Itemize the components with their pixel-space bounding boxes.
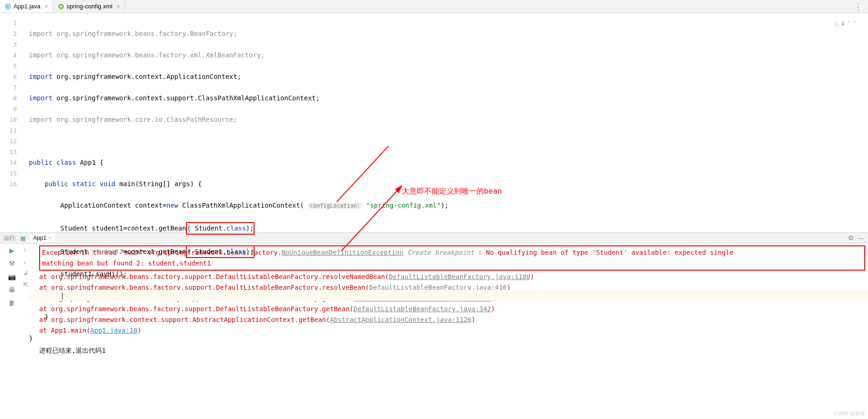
line-number: 1 [0, 18, 17, 28]
warning-count: 4 [841, 19, 845, 29]
code-line: import org.springframework.context.Appli… [29, 71, 868, 82]
line-number: 12 [0, 136, 17, 147]
svg-line-3 [337, 146, 397, 202]
chevron-up-icon[interactable]: ˄ [847, 19, 850, 29]
svg-text:C: C [7, 4, 10, 9]
line-number: 11 [0, 125, 17, 136]
code-editor: 1 2 3 4 5 6 7 8 9 10 11 12 13 14 15 16 i… [0, 13, 868, 232]
line-number: 13 [0, 147, 17, 157]
warning-icon: ⚠ [834, 19, 838, 29]
close-icon[interactable]: × [117, 3, 120, 10]
highlight-box: ( Student.class); [186, 245, 255, 258]
line-number: 16 [0, 179, 17, 189]
close-icon[interactable]: × [45, 3, 48, 10]
code-line: ApplicationContext context=new ClassPath… [29, 200, 868, 211]
print-icon[interactable]: 🖶 [7, 286, 16, 294]
code-line: import org.springframework.beans.factory… [29, 28, 868, 39]
code-line: Student student1=context.getBean( Studen… [29, 222, 868, 235]
line-number: 9 [0, 104, 17, 114]
line-number: 7 [0, 82, 17, 93]
inspection-badge[interactable]: ⚠ 4 ˄ ˅ [834, 19, 856, 29]
code-line: } [29, 312, 868, 322]
more-menu-icon[interactable]: ⋮ [849, 1, 868, 12]
line-number: 10 [0, 114, 17, 125]
annotation-text: 大意即不能定义到唯一的bean [402, 186, 502, 196]
code-line-cursor: | [29, 290, 868, 301]
run-toolbar-left: ▶ ⚒ 📷 🖶 🗑 [0, 244, 23, 419]
code-line: import org.springframework.beans.factory… [29, 50, 868, 61]
line-number: 3 [0, 39, 17, 50]
run-label: 运行: [4, 234, 16, 242]
code-content[interactable]: import org.springframework.beans.factory… [20, 13, 868, 232]
camera-icon[interactable]: 📷 [7, 272, 16, 281]
tool-icon[interactable]: ⚒ [7, 259, 16, 268]
annotation-arrow [309, 181, 411, 256]
highlight-box: ( Student.class); [186, 222, 255, 235]
java-class-icon: C [5, 3, 11, 10]
trash-icon[interactable]: 🗑 [7, 299, 16, 307]
line-number: 8 [0, 93, 17, 104]
chevron-down-icon[interactable]: ˅ [853, 19, 856, 29]
editor-tabs-bar: C App1.java × spring-config.xml × ⋮ [0, 0, 868, 13]
code-line: Student student2=context.getBean( Studen… [29, 245, 868, 258]
line-number: 2 [0, 28, 17, 39]
code-line: public class App1 { [29, 157, 868, 168]
tab-label: App1.java [14, 3, 41, 10]
line-number: 15 [0, 168, 17, 179]
line-number: 4 [0, 50, 17, 61]
code-line: } [29, 333, 868, 344]
tab-label: spring-config.xml [67, 3, 112, 10]
code-line: student1.sayHi(); [29, 269, 868, 279]
watermark: CSDN @安苒 [834, 410, 865, 417]
parameter-hint: configLocation: [308, 203, 362, 209]
tab-spring-config-xml[interactable]: spring-config.xml × [53, 0, 125, 13]
line-number: 14 [0, 157, 17, 168]
line-number: 5 [0, 61, 17, 71]
annotation-arrow [253, 146, 402, 202]
rerun-icon[interactable]: ▶ [7, 246, 16, 255]
code-line: import org.springframework.context.suppo… [29, 93, 868, 104]
line-number: 6 [0, 71, 17, 82]
run-config-icon: ▦ [20, 235, 26, 242]
code-line: import org.springframework.core.io.Class… [29, 114, 868, 125]
line-number-gutter: 1 2 3 4 5 6 7 8 9 10 11 12 13 14 15 16 [0, 13, 20, 232]
spring-xml-icon [58, 3, 64, 10]
tab-app1-java[interactable]: C App1.java × [0, 0, 53, 13]
svg-line-5 [341, 186, 402, 251]
code-line [29, 136, 868, 147]
